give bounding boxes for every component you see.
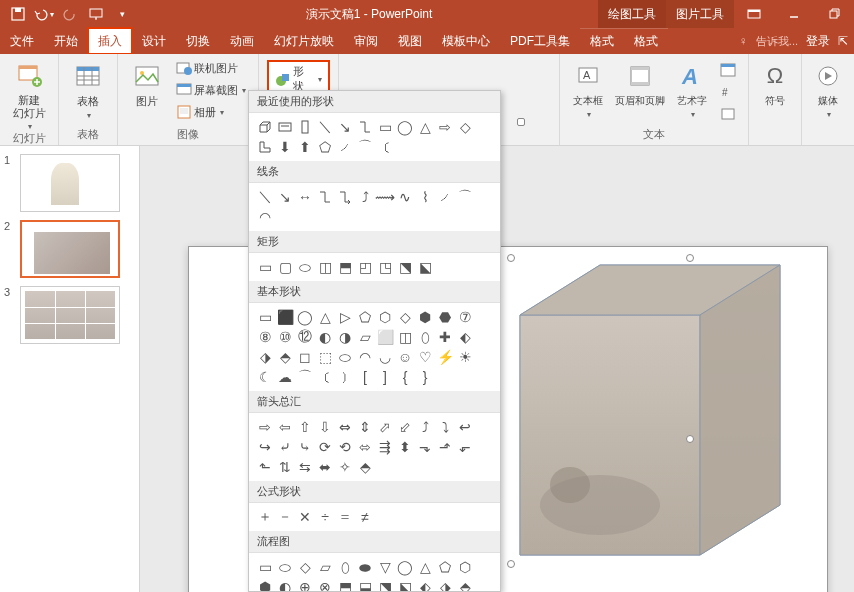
shape-item[interactable]: ☾ <box>255 367 275 387</box>
shape-item[interactable]: ⇔ <box>335 417 355 437</box>
shape-item[interactable]: ⑧ <box>255 327 275 347</box>
shape-item[interactable]: ⬍ <box>395 437 415 457</box>
ribbon-options-button[interactable] <box>734 0 774 28</box>
start-slideshow-button[interactable] <box>84 2 108 26</box>
shape-item[interactable]: ⟿ <box>375 187 395 207</box>
shape-item[interactable]: ⇆ <box>295 457 315 477</box>
tab-design[interactable]: 设计 <box>132 28 176 54</box>
shape-item[interactable]: ⬃ <box>395 417 415 437</box>
shape-item[interactable]: ◡ <box>375 347 395 367</box>
shape-item[interactable] <box>335 187 355 207</box>
shape-item[interactable]: ◰ <box>355 257 375 277</box>
shape-item[interactable]: ⇶ <box>375 437 395 457</box>
shape-curve-icon[interactable]: ⟋ <box>335 137 355 157</box>
shape-item[interactable]: } <box>415 367 435 387</box>
shape-item[interactable]: ⑫ <box>295 327 315 347</box>
media-button[interactable]: 媒体▾ <box>810 58 846 119</box>
shape-item[interactable]: ◑ <box>335 327 355 347</box>
textbox-button[interactable]: A 文本框▾ <box>568 58 608 119</box>
tab-view[interactable]: 视图 <box>388 28 432 54</box>
symbol-button[interactable]: Ω 符号 <box>757 58 793 108</box>
cube-shape[interactable] <box>510 255 790 565</box>
shape-item[interactable]: △ <box>315 307 335 327</box>
shape-item[interactable]: ⬎ <box>415 437 435 457</box>
shape-item[interactable]: ⬔ <box>375 577 395 592</box>
shape-item[interactable]: ⬒ <box>335 577 355 592</box>
date-button[interactable] <box>716 60 740 80</box>
shape-item[interactable]: ⇅ <box>275 457 295 477</box>
shape-item[interactable]: ⬘ <box>455 577 475 592</box>
shape-item[interactable]: ⇧ <box>295 417 315 437</box>
shape-item[interactable]: ▽ <box>375 557 395 577</box>
tab-review[interactable]: 审阅 <box>344 28 388 54</box>
shape-pentagon-icon[interactable]: ⬠ <box>315 137 335 157</box>
restore-button[interactable] <box>814 0 854 28</box>
shape-vtext-icon[interactable] <box>295 117 315 137</box>
shape-item[interactable]: ◫ <box>315 257 335 277</box>
redo-button[interactable] <box>58 2 82 26</box>
shape-item[interactable]: ♡ <box>415 347 435 367</box>
shape-item[interactable]: △ <box>415 557 435 577</box>
shape-item[interactable]: ⬛ <box>275 307 295 327</box>
shape-item[interactable]: ✚ <box>435 327 455 347</box>
slide-number-button[interactable]: # <box>716 82 740 102</box>
shape-item[interactable]: ⬔ <box>395 257 415 277</box>
tell-me-input[interactable]: 告诉我... <box>756 34 798 49</box>
shape-textbox-icon[interactable] <box>275 117 295 137</box>
shape-item[interactable]: ◠ <box>355 347 375 367</box>
shape-item[interactable]: ⬓ <box>355 577 375 592</box>
shape-item[interactable]: ⇕ <box>355 417 375 437</box>
shape-item[interactable]: ◇ <box>295 557 315 577</box>
shape-item[interactable]: ⬚ <box>315 347 335 367</box>
shape-item[interactable]: ⟯ <box>335 367 355 387</box>
tab-template[interactable]: 模板中心 <box>432 28 500 54</box>
shape-item[interactable]: ∿ <box>395 187 415 207</box>
shape-item[interactable]: ⤴ <box>415 417 435 437</box>
selection-handle[interactable] <box>507 560 515 568</box>
shape-oval-icon[interactable]: ◯ <box>395 117 415 137</box>
shape-item[interactable]: ⤵ <box>435 417 455 437</box>
shape-item[interactable]: ⬗ <box>255 347 275 367</box>
shape-item[interactable]: ] <box>375 367 395 387</box>
table-button[interactable]: 表格▾ <box>67 58 109 120</box>
shape-item[interactable]: { <box>395 367 415 387</box>
shape-item[interactable]: ⇨ <box>255 417 275 437</box>
shape-item[interactable]: ◯ <box>295 307 315 327</box>
shape-item[interactable]: ⟋ <box>435 187 455 207</box>
shape-item[interactable]: ◐ <box>275 577 295 592</box>
shape-rect-icon[interactable]: ▭ <box>375 117 395 137</box>
shape-item[interactable]: ⇦ <box>275 417 295 437</box>
screenshot-button[interactable]: 屏幕截图▾ <box>172 80 250 100</box>
shape-item[interactable]: ▭ <box>255 557 275 577</box>
selection-handle[interactable] <box>686 254 694 262</box>
thumb-1[interactable] <box>20 154 120 212</box>
save-button[interactable] <box>6 2 30 26</box>
shape-item[interactable]: ⬕ <box>395 577 415 592</box>
shape-line-arrow-icon[interactable]: ↘ <box>335 117 355 137</box>
object-button[interactable] <box>716 104 740 124</box>
tab-slideshow[interactable]: 幻灯片放映 <box>264 28 344 54</box>
shape-item[interactable]: ✕ <box>295 507 315 527</box>
shape-item[interactable]: ⬄ <box>355 437 375 457</box>
shape-item[interactable]: ⚡ <box>435 347 455 367</box>
shape-item[interactable]: ◇ <box>395 307 415 327</box>
shape-item[interactable]: ⌒ <box>455 187 475 207</box>
shape-item[interactable]: ⬠ <box>435 557 455 577</box>
tab-pdf[interactable]: PDF工具集 <box>500 28 580 54</box>
shape-item[interactable]: ⟲ <box>335 437 355 457</box>
shape-item[interactable]: ⬕ <box>415 257 435 277</box>
shape-item[interactable] <box>315 187 335 207</box>
thumb-3[interactable] <box>20 286 120 344</box>
shape-item[interactable]: ＋ <box>255 507 275 527</box>
shape-item[interactable]: ▭ <box>255 257 275 277</box>
shape-item[interactable]: ⬘ <box>355 457 375 477</box>
shape-item[interactable]: ⊗ <box>315 577 335 592</box>
shape-item[interactable]: ⬡ <box>375 307 395 327</box>
thumb-2[interactable] <box>20 220 120 278</box>
shape-item[interactable]: ☺ <box>395 347 415 367</box>
shape-item[interactable]: ⬐ <box>455 437 475 457</box>
shape-item[interactable]: ◐ <box>315 327 335 347</box>
shape-line-icon[interactable]: ＼ <box>315 117 335 137</box>
shape-lshape-icon[interactable] <box>255 137 275 157</box>
thumb-row[interactable]: 2 <box>4 220 135 278</box>
